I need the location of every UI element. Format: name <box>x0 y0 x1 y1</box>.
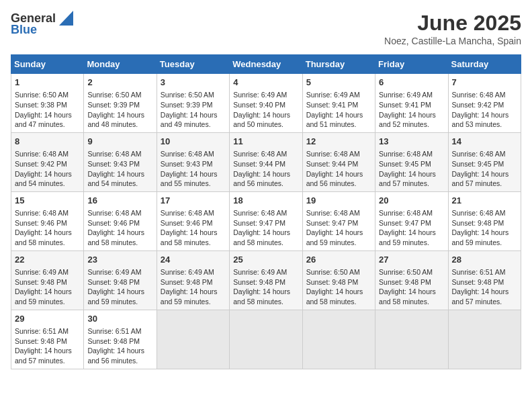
calendar-cell: 22Sunrise: 6:49 AM Sunset: 9:48 PM Dayli… <box>11 250 84 310</box>
week-row-2: 8Sunrise: 6:48 AM Sunset: 9:42 PM Daylig… <box>11 132 521 191</box>
day-info: Sunrise: 6:51 AM Sunset: 9:48 PM Dayligh… <box>15 326 80 366</box>
day-number: 20 <box>379 195 444 207</box>
column-header-sunday: Sunday <box>11 55 84 74</box>
day-number: 29 <box>15 313 80 325</box>
calendar-cell <box>157 310 229 369</box>
column-header-thursday: Thursday <box>302 55 375 74</box>
day-number: 14 <box>452 136 517 148</box>
calendar-cell: 4Sunrise: 6:49 AM Sunset: 9:40 PM Daylig… <box>230 74 302 133</box>
day-info: Sunrise: 6:49 AM Sunset: 9:40 PM Dayligh… <box>233 90 298 130</box>
day-number: 25 <box>233 254 298 266</box>
calendar-cell: 15Sunrise: 6:48 AM Sunset: 9:46 PM Dayli… <box>11 191 84 250</box>
day-number: 2 <box>87 77 152 89</box>
day-info: Sunrise: 6:48 AM Sunset: 9:43 PM Dayligh… <box>87 149 152 189</box>
day-info: Sunrise: 6:50 AM Sunset: 9:39 PM Dayligh… <box>161 90 226 130</box>
calendar-cell: 12Sunrise: 6:48 AM Sunset: 9:44 PM Dayli… <box>302 132 375 191</box>
day-number: 8 <box>15 136 80 148</box>
calendar-cell <box>375 310 448 369</box>
day-info: Sunrise: 6:48 AM Sunset: 9:46 PM Dayligh… <box>15 208 80 248</box>
calendar-cell: 20Sunrise: 6:48 AM Sunset: 9:47 PM Dayli… <box>375 191 448 250</box>
day-info: Sunrise: 6:49 AM Sunset: 9:48 PM Dayligh… <box>161 267 226 307</box>
day-number: 15 <box>15 195 80 207</box>
day-info: Sunrise: 6:51 AM Sunset: 9:48 PM Dayligh… <box>87 326 152 366</box>
calendar-cell <box>302 310 375 369</box>
day-number: 19 <box>306 195 371 207</box>
day-info: Sunrise: 6:49 AM Sunset: 9:41 PM Dayligh… <box>379 90 444 130</box>
column-header-wednesday: Wednesday <box>230 55 302 74</box>
day-number: 17 <box>161 195 226 207</box>
calendar-cell: 19Sunrise: 6:48 AM Sunset: 9:47 PM Dayli… <box>302 191 375 250</box>
day-number: 18 <box>233 195 298 207</box>
logo: General Blue <box>11 11 73 37</box>
calendar-cell: 21Sunrise: 6:48 AM Sunset: 9:48 PM Dayli… <box>448 191 521 250</box>
calendar-cell: 24Sunrise: 6:49 AM Sunset: 9:48 PM Dayli… <box>157 250 229 310</box>
day-info: Sunrise: 6:48 AM Sunset: 9:42 PM Dayligh… <box>452 90 517 130</box>
calendar-cell: 17Sunrise: 6:48 AM Sunset: 9:46 PM Dayli… <box>157 191 229 250</box>
week-row-5: 29Sunrise: 6:51 AM Sunset: 9:48 PM Dayli… <box>11 310 521 369</box>
day-info: Sunrise: 6:50 AM Sunset: 9:38 PM Dayligh… <box>15 90 80 130</box>
day-info: Sunrise: 6:48 AM Sunset: 9:48 PM Dayligh… <box>452 208 517 248</box>
day-number: 12 <box>306 136 371 148</box>
svg-marker-0 <box>59 11 73 26</box>
header: General Blue June 2025 Noez, Castille-La… <box>11 11 521 46</box>
calendar-cell: 3Sunrise: 6:50 AM Sunset: 9:39 PM Daylig… <box>157 74 229 133</box>
day-number: 28 <box>452 254 517 266</box>
day-info: Sunrise: 6:48 AM Sunset: 9:45 PM Dayligh… <box>379 149 444 189</box>
day-number: 6 <box>379 77 444 89</box>
day-number: 5 <box>306 77 371 89</box>
day-number: 13 <box>379 136 444 148</box>
calendar-body: 1Sunrise: 6:50 AM Sunset: 9:38 PM Daylig… <box>11 74 521 369</box>
day-info: Sunrise: 6:48 AM Sunset: 9:47 PM Dayligh… <box>306 208 371 248</box>
calendar-cell: 7Sunrise: 6:48 AM Sunset: 9:42 PM Daylig… <box>448 74 521 133</box>
calendar-cell: 6Sunrise: 6:49 AM Sunset: 9:41 PM Daylig… <box>375 74 448 133</box>
calendar-cell: 27Sunrise: 6:50 AM Sunset: 9:48 PM Dayli… <box>375 250 448 310</box>
page-subtitle: Noez, Castille-La Mancha, Spain <box>384 36 521 46</box>
calendar-cell: 11Sunrise: 6:48 AM Sunset: 9:44 PM Dayli… <box>230 132 302 191</box>
day-number: 10 <box>161 136 226 148</box>
week-row-4: 22Sunrise: 6:49 AM Sunset: 9:48 PM Dayli… <box>11 250 521 310</box>
calendar-table: SundayMondayTuesdayWednesdayThursdayFrid… <box>11 54 521 369</box>
day-info: Sunrise: 6:50 AM Sunset: 9:39 PM Dayligh… <box>87 90 152 130</box>
calendar-cell: 28Sunrise: 6:51 AM Sunset: 9:48 PM Dayli… <box>448 250 521 310</box>
calendar-cell: 18Sunrise: 6:48 AM Sunset: 9:47 PM Dayli… <box>230 191 302 250</box>
calendar-cell: 30Sunrise: 6:51 AM Sunset: 9:48 PM Dayli… <box>84 310 157 369</box>
calendar-cell: 1Sunrise: 6:50 AM Sunset: 9:38 PM Daylig… <box>11 74 84 133</box>
week-row-3: 15Sunrise: 6:48 AM Sunset: 9:46 PM Dayli… <box>11 191 521 250</box>
calendar-cell: 9Sunrise: 6:48 AM Sunset: 9:43 PM Daylig… <box>84 132 157 191</box>
day-number: 4 <box>233 77 298 89</box>
day-info: Sunrise: 6:48 AM Sunset: 9:47 PM Dayligh… <box>379 208 444 248</box>
day-number: 1 <box>15 77 80 89</box>
logo-blue-text: Blue <box>11 23 37 37</box>
day-info: Sunrise: 6:48 AM Sunset: 9:44 PM Dayligh… <box>306 149 371 189</box>
day-number: 23 <box>87 254 152 266</box>
day-info: Sunrise: 6:50 AM Sunset: 9:48 PM Dayligh… <box>379 267 444 307</box>
day-number: 24 <box>161 254 226 266</box>
calendar-cell <box>230 310 302 369</box>
page-title: June 2025 <box>384 11 521 36</box>
week-row-1: 1Sunrise: 6:50 AM Sunset: 9:38 PM Daylig… <box>11 74 521 133</box>
day-number: 16 <box>87 195 152 207</box>
day-number: 21 <box>452 195 517 207</box>
day-info: Sunrise: 6:48 AM Sunset: 9:43 PM Dayligh… <box>161 149 226 189</box>
day-number: 27 <box>379 254 444 266</box>
day-info: Sunrise: 6:48 AM Sunset: 9:45 PM Dayligh… <box>452 149 517 189</box>
calendar-cell: 29Sunrise: 6:51 AM Sunset: 9:48 PM Dayli… <box>11 310 84 369</box>
day-info: Sunrise: 6:50 AM Sunset: 9:48 PM Dayligh… <box>306 267 371 307</box>
day-number: 7 <box>452 77 517 89</box>
day-number: 11 <box>233 136 298 148</box>
calendar-cell <box>448 310 521 369</box>
calendar-cell: 8Sunrise: 6:48 AM Sunset: 9:42 PM Daylig… <box>11 132 84 191</box>
day-info: Sunrise: 6:49 AM Sunset: 9:48 PM Dayligh… <box>15 267 80 307</box>
day-info: Sunrise: 6:51 AM Sunset: 9:48 PM Dayligh… <box>452 267 517 307</box>
calendar-cell: 23Sunrise: 6:49 AM Sunset: 9:48 PM Dayli… <box>84 250 157 310</box>
day-info: Sunrise: 6:49 AM Sunset: 9:48 PM Dayligh… <box>233 267 298 307</box>
calendar-cell: 14Sunrise: 6:48 AM Sunset: 9:45 PM Dayli… <box>448 132 521 191</box>
day-info: Sunrise: 6:48 AM Sunset: 9:42 PM Dayligh… <box>15 149 80 189</box>
column-header-saturday: Saturday <box>448 55 521 74</box>
calendar-cell: 26Sunrise: 6:50 AM Sunset: 9:48 PM Dayli… <box>302 250 375 310</box>
column-header-tuesday: Tuesday <box>157 55 229 74</box>
day-info: Sunrise: 6:49 AM Sunset: 9:48 PM Dayligh… <box>87 267 152 307</box>
day-number: 9 <box>87 136 152 148</box>
calendar-cell: 25Sunrise: 6:49 AM Sunset: 9:48 PM Dayli… <box>230 250 302 310</box>
logo-icon <box>56 11 73 26</box>
